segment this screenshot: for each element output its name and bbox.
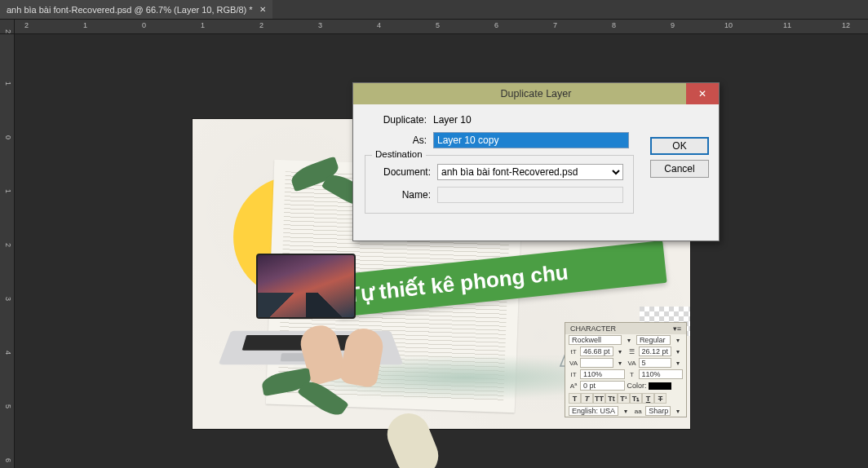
vertical-ruler[interactable]: 2 1 0 1 2 3 4 5 6 <box>0 34 15 468</box>
ruler-tick: 3 <box>4 297 12 301</box>
ruler-tick: 1 <box>201 21 205 29</box>
italic-button[interactable]: T <box>581 393 593 404</box>
font-size-input[interactable]: 46.68 pt <box>580 347 613 356</box>
arm-right <box>381 407 445 468</box>
leading-input[interactable]: 26.12 pt <box>639 347 672 356</box>
kerning-input[interactable] <box>580 358 613 368</box>
type-style-row: T T TT Tt T¹ T₁ T T <box>565 391 686 405</box>
baseline-input[interactable]: 0 pt <box>580 381 625 391</box>
ruler-tick: 2 <box>259 21 264 29</box>
ruler-tick: 7 <box>553 21 557 29</box>
color-label: Color: <box>627 382 647 390</box>
allcaps-button[interactable]: TT <box>593 393 605 404</box>
duplicate-label: Duplicate: <box>365 114 427 126</box>
chevron-down-icon[interactable]: ▾ <box>673 407 683 415</box>
ruler-tick: 0 <box>142 21 146 29</box>
chevron-down-icon[interactable]: ▾ <box>673 336 683 344</box>
ruler-tick: 1 <box>83 21 87 29</box>
ruler-tick: 2 <box>4 243 12 247</box>
ruler-tick: 10 <box>724 21 733 29</box>
hscale-input[interactable]: 110% <box>639 369 684 379</box>
vscale-input[interactable]: 110% <box>580 369 625 379</box>
ruler-tick: 5 <box>436 21 440 29</box>
destination-legend: Destination <box>372 149 426 159</box>
as-input[interactable] <box>433 132 629 148</box>
ok-button[interactable]: OK <box>650 137 709 155</box>
smallcaps-button[interactable]: Tt <box>605 393 618 404</box>
ruler-tick: 2 <box>24 21 29 29</box>
font-family-select[interactable]: Rockwell <box>569 335 622 345</box>
tracking-input[interactable]: 5 <box>639 358 672 368</box>
document-label: Document: <box>374 166 431 178</box>
kerning-icon: VA <box>569 359 578 367</box>
document-tab-bar: anh bìa bài font-Recovered.psd @ 66.7% (… <box>0 0 868 20</box>
vscale-icon: IT <box>569 370 578 378</box>
chevron-down-icon[interactable]: ▾ <box>673 347 683 355</box>
ruler-tick: 6 <box>494 21 498 29</box>
ruler-tick: 1 <box>4 82 12 86</box>
as-label: As: <box>365 135 427 146</box>
chevron-down-icon[interactable]: ▾ <box>673 359 683 367</box>
dialog-close-button[interactable]: ✕ <box>686 83 719 104</box>
ruler-tick: 4 <box>4 351 12 355</box>
document-select[interactable]: anh bìa bài font-Recovered.psd <box>437 164 623 180</box>
tracking-icon: VA <box>627 359 637 367</box>
ruler-tick: 1 <box>4 189 12 193</box>
destination-fieldset: Destination Document: anh bìa bài font-R… <box>365 155 634 214</box>
name-input <box>437 187 623 203</box>
dialog-title: Duplicate Layer <box>501 88 572 99</box>
ruler-tick: 2 <box>4 29 12 33</box>
panel-menu-icon[interactable]: ▾≡ <box>673 325 681 333</box>
language-select[interactable]: English: USA <box>569 406 618 416</box>
ruler-tick: 0 <box>4 135 12 139</box>
ruler-tick: 9 <box>671 21 675 29</box>
superscript-button[interactable]: T¹ <box>618 393 630 404</box>
subscript-button[interactable]: T₁ <box>630 393 642 404</box>
document-tab[interactable]: anh bìa bài font-Recovered.psd @ 66.7% (… <box>0 0 272 19</box>
ruler-tick: 3 <box>318 21 322 29</box>
character-panel[interactable]: CHARACTER ▾≡ Rockwell ▾ Regular ▾ tT46.6… <box>565 322 687 417</box>
character-panel-header[interactable]: CHARACTER ▾≡ <box>565 323 686 334</box>
document-tab-title: anh bìa bài font-Recovered.psd @ 66.7% (… <box>7 5 253 15</box>
chevron-down-icon[interactable]: ▾ <box>621 407 631 415</box>
character-panel-title: CHARACTER <box>570 325 616 333</box>
duplicate-value: Layer 10 <box>433 114 707 126</box>
font-size-icon: tT <box>569 347 578 355</box>
ruler-tick: 8 <box>612 21 616 29</box>
dialog-titlebar[interactable]: Duplicate Layer ✕ <box>353 83 719 104</box>
underline-button[interactable]: T <box>642 393 654 404</box>
chevron-down-icon[interactable]: ▾ <box>615 347 625 355</box>
ruler-tick: 5 <box>4 404 12 408</box>
ruler-tick: 12 <box>842 21 850 29</box>
bold-button[interactable]: T <box>569 393 581 404</box>
name-label: Name: <box>374 189 431 201</box>
laptop-image <box>225 254 396 376</box>
hscale-icon: T <box>627 370 637 378</box>
ruler-tick: 11 <box>783 21 791 29</box>
font-weight-select[interactable]: Regular <box>636 335 671 345</box>
aa-icon: aa <box>633 407 643 415</box>
duplicate-layer-dialog: Duplicate Layer ✕ Duplicate: Layer 10 As… <box>352 82 720 241</box>
antialias-select[interactable]: Sharp <box>645 406 671 416</box>
chevron-down-icon[interactable]: ▾ <box>624 336 634 344</box>
baseline-icon: Aª <box>569 382 578 390</box>
ruler-tick: 6 <box>4 458 12 462</box>
color-swatch[interactable] <box>649 382 671 390</box>
horizontal-ruler[interactable]: 2 1 0 1 2 3 4 5 6 7 8 9 10 11 12 <box>15 20 868 34</box>
ruler-tick: 4 <box>377 21 381 29</box>
chevron-down-icon[interactable]: ▾ <box>615 359 625 367</box>
close-icon[interactable]: ✕ <box>259 5 266 14</box>
cancel-button[interactable]: Cancel <box>650 160 709 178</box>
laptop-screen <box>256 254 356 319</box>
strike-button[interactable]: T <box>654 393 666 404</box>
close-icon: ✕ <box>698 88 706 99</box>
leading-icon: ☰ <box>627 347 637 355</box>
